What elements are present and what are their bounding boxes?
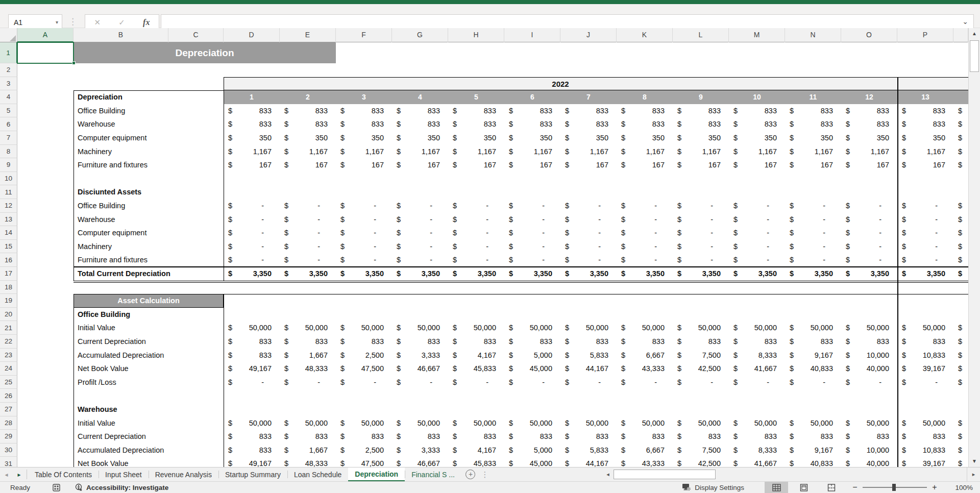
tab-scroll-left-icon[interactable]: ◂ (0, 467, 13, 481)
data-cell[interactable]: $350 (336, 131, 392, 145)
column-header-C[interactable]: C (168, 28, 224, 42)
data-cell[interactable]: $- (448, 226, 504, 240)
data-cell[interactable]: $- (673, 226, 729, 240)
row-header-9[interactable]: 9 (0, 158, 17, 172)
data-cell[interactable]: $1,167 (673, 145, 729, 159)
row-header-24[interactable]: 24 (0, 362, 17, 376)
new-sheet-icon[interactable]: + (465, 470, 475, 479)
data-cell-partial[interactable]: $ (953, 443, 968, 457)
scroll-up-icon[interactable]: ▲ (969, 28, 980, 39)
data-cell[interactable]: $- (785, 253, 841, 267)
accessibility-status[interactable]: Accessibility: Investigate (75, 483, 168, 492)
data-cell[interactable]: $350 (392, 131, 448, 145)
data-cell-partial[interactable]: $ (953, 335, 968, 349)
data-cell[interactable]: $3,350 (224, 267, 280, 281)
row-header-6[interactable]: 6 (0, 117, 17, 131)
data-cell[interactable]: $- (673, 376, 729, 389)
month-header-cell[interactable]: 13 (897, 90, 953, 104)
data-cell[interactable]: $1,167 (448, 145, 504, 159)
column-header-B[interactable]: B (74, 28, 168, 42)
data-cell[interactable]: $44,167 (560, 362, 617, 376)
insert-function-icon[interactable]: fx (143, 18, 150, 27)
zoom-slider[interactable] (863, 487, 927, 488)
view-page-layout-button[interactable] (792, 482, 816, 493)
data-cell[interactable]: $50,000 (504, 416, 560, 430)
data-cell[interactable]: $5,833 (560, 443, 617, 457)
data-cell[interactable]: $6,667 (617, 443, 673, 457)
month-header-cell[interactable]: 12 (841, 90, 897, 104)
display-settings-button[interactable]: Display Settings (682, 483, 744, 491)
data-cell[interactable]: $167 (729, 158, 785, 172)
row-label-cell[interactable]: Warehouse (74, 403, 223, 416)
data-cell-partial[interactable]: $ (953, 253, 968, 267)
data-cell[interactable]: $350 (673, 131, 729, 145)
zoom-slider-thumb[interactable] (892, 484, 896, 491)
data-cell[interactable]: $- (280, 240, 336, 254)
data-cell[interactable]: $350 (224, 131, 280, 145)
row-label-cell[interactable]: Computer equipment (74, 226, 223, 240)
data-cell[interactable]: $39,167 (897, 362, 953, 376)
data-cell[interactable]: $833 (448, 335, 504, 349)
sheet-tab-input-sheet[interactable]: Input Sheet (99, 467, 149, 481)
data-cell[interactable]: $50,000 (504, 321, 560, 335)
data-cell[interactable]: $- (785, 226, 841, 240)
data-cell[interactable]: $833 (560, 117, 617, 131)
data-cell[interactable]: $833 (336, 335, 392, 349)
vertical-scrollbar-thumb[interactable] (970, 40, 979, 72)
data-cell[interactable]: $50,000 (673, 416, 729, 430)
month-header-cell[interactable]: 8 (617, 90, 673, 104)
year-header-cell[interactable]: 2022 (224, 77, 897, 91)
row-header-5[interactable]: 5 (0, 104, 17, 118)
sheet-tab-startup-summary[interactable]: Startup Summary (218, 467, 287, 481)
data-cell[interactable]: $8,333 (729, 443, 785, 457)
data-cell[interactable]: $- (224, 253, 280, 267)
data-cell[interactable]: $- (448, 240, 504, 254)
data-cell[interactable]: $350 (897, 131, 953, 145)
row-header-7[interactable]: 7 (0, 131, 17, 145)
row-header-13[interactable]: 13 (0, 213, 17, 227)
data-cell[interactable]: $5,833 (560, 349, 617, 362)
section-header-cell[interactable]: Asset Calculation (74, 294, 224, 308)
data-cell[interactable]: $833 (448, 104, 504, 118)
row-label-cell[interactable]: Furniture and fixtures (74, 253, 223, 267)
data-cell[interactable]: $- (841, 240, 897, 254)
month-header-cell[interactable]: 6 (504, 90, 560, 104)
data-cell[interactable]: $- (336, 240, 392, 254)
column-header-P[interactable]: P (897, 28, 953, 42)
data-cell[interactable]: $833 (280, 104, 336, 118)
data-cell[interactable]: $350 (280, 131, 336, 145)
sheet-tab-depreciation[interactable]: Depreciation (348, 467, 405, 481)
scroll-down-icon[interactable]: ▼ (969, 456, 980, 467)
data-cell-partial[interactable]: $ (953, 430, 968, 443)
data-cell[interactable]: $833 (673, 335, 729, 349)
data-cell[interactable]: $- (897, 253, 953, 267)
data-cell[interactable]: $- (392, 213, 448, 227)
month-header-cell[interactable]: 3 (336, 90, 392, 104)
data-cell[interactable]: $350 (617, 131, 673, 145)
data-cell[interactable]: $- (617, 253, 673, 267)
zoom-level[interactable]: 100% (942, 484, 973, 491)
row-label-cell[interactable]: Profilt /Loss (74, 376, 223, 389)
sheet-tab-revenue-analysis[interactable]: Revenue Analysis (149, 467, 218, 481)
vertical-scrollbar[interactable]: ▲ ▼ (968, 28, 980, 467)
new-sheet-button[interactable]: + (461, 467, 480, 481)
column-header-K[interactable]: K (617, 28, 673, 42)
data-cell[interactable]: $50,000 (785, 321, 841, 335)
data-cell-partial[interactable]: $ (953, 117, 968, 131)
data-cell-partial[interactable]: $ (953, 131, 968, 145)
data-cell[interactable]: $833 (617, 430, 673, 443)
view-normal-button[interactable] (765, 482, 788, 493)
data-cell[interactable]: $47,500 (336, 362, 392, 376)
data-cell[interactable]: $3,350 (673, 267, 729, 281)
data-cell[interactable]: $- (785, 240, 841, 254)
column-header-H[interactable]: H (448, 28, 504, 42)
data-cell[interactable]: $- (504, 240, 560, 254)
row-label-cell[interactable]: Disciunted Assets (74, 185, 223, 199)
data-cell[interactable]: $- (504, 199, 560, 213)
row-label-cell[interactable]: Machinery (74, 145, 223, 159)
data-cell[interactable]: $- (897, 213, 953, 227)
month-header-cell[interactable]: 5 (448, 90, 504, 104)
data-cell[interactable]: $833 (392, 335, 448, 349)
data-cell[interactable]: $50,000 (729, 321, 785, 335)
data-cell[interactable]: $46,667 (392, 362, 448, 376)
